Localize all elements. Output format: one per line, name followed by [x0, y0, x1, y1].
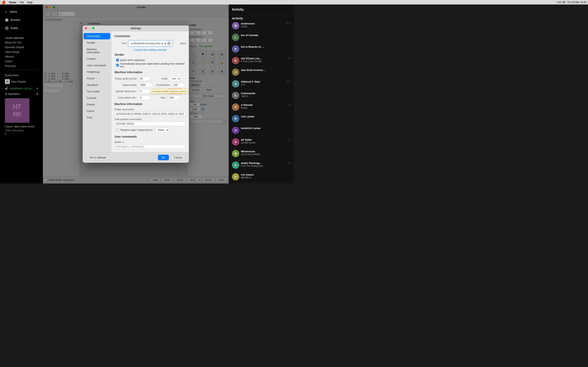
units-select[interactable]: mm [170, 76, 181, 81]
app-menu[interactable]: Home [9, 1, 16, 4]
settings-nav-control[interactable]: Control [84, 56, 110, 62]
playlist-label-madrile: El Madrileño [5, 92, 20, 95]
activity-track-isaacs: aily Mix 6 [241, 176, 291, 179]
sidebar-item-albums[interactable]: Albums [0, 54, 43, 59]
settings-nav-tool-model[interactable]: Tool model [84, 88, 110, 95]
activity-item-saleh: A aif Saleh ay Will Come 2 d [229, 136, 294, 148]
activity-track-paranag: a Of The Rising Sun [241, 165, 286, 167]
activity-item-elisah: E eke Elisah Len... ll Your Love On Me 5… [229, 55, 294, 67]
activity-time-saleh: 2 d [288, 138, 291, 141]
restore-origin-plane-select[interactable]: Plane [156, 128, 169, 133]
apple-menu[interactable]: 🍎 [2, 0, 6, 4]
sidebar-item-made-for-you[interactable]: Made For You [0, 40, 43, 45]
sidebar-divider [5, 70, 38, 70]
sidebar-item-podcasts[interactable]: Podcasts [0, 64, 43, 68]
spindle-speed-row: Spindle speed min.: max.: increase spind… [114, 89, 186, 94]
activity-track-winehouse: his Is Amy Wineh... [241, 153, 291, 156]
activity-avatar-commands: C [232, 92, 239, 99]
settings-minimize[interactable] [88, 27, 91, 29]
safe-position-input[interactable] [114, 122, 186, 126]
accel-label: Acceleration: [156, 83, 170, 86]
activity-track-saleh: ay Will Come [241, 141, 286, 144]
settings-nav-user-commands[interactable]: User commands [84, 62, 110, 68]
settings-nav-machine-info[interactable]: Machine information [84, 46, 110, 55]
sidebar-item-radio[interactable]: ◎ Radio [2, 24, 40, 32]
heart-icon[interactable]: ♥ [36, 87, 38, 90]
new-playlist-label: New Playlist [11, 80, 26, 83]
sidebar-item-home[interactable]: ⌂ Home [2, 8, 40, 16]
auto-parser-label: Automatically set parser state before se… [120, 62, 186, 68]
baud-label: Baud: [174, 42, 187, 45]
activity-name-drarik: hendrick Lamar [241, 127, 291, 130]
settings-nav-heightmap[interactable]: Heightmap [84, 69, 110, 75]
browse-icon: ◉ [5, 17, 8, 22]
cancel-button[interactable]: Cancel [171, 155, 186, 160]
safe-position-label: Safe position commands: [114, 118, 186, 121]
status-query-input[interactable] [139, 76, 151, 81]
activity-name-abboud: Abboud F. Nazi [241, 80, 285, 83]
port-select[interactable]: cu.Bluetooth-Incoming-Port [130, 42, 164, 45]
settings-nav-font[interactable]: Font [84, 114, 110, 121]
settings-nav-sender[interactable]: Sender [84, 40, 110, 46]
settings-nav-panels[interactable]: Panels [84, 101, 110, 108]
sidebar-item-recently-played[interactable]: Recently Played [0, 45, 43, 50]
set-defaults-button[interactable]: Set to defaults [86, 155, 110, 160]
accel-input[interactable] [172, 83, 184, 87]
settings-nav-console[interactable]: Console [84, 95, 110, 101]
connect-link[interactable]: Connect the milling machine [114, 48, 186, 51]
home-icon: ⌂ [5, 9, 7, 14]
menubar: 🍎 Home File Help 1.42 GB Thu 25 Mar 14:3… [0, 0, 294, 4]
rapid-speed-label: Rapid speed: [114, 83, 137, 86]
activity-info-canada: les of Canada [241, 34, 291, 37]
activity-info-boards: his Is Boards of ... [241, 45, 291, 48]
activity-time-paranag: 3 d [288, 161, 291, 164]
help-menu[interactable]: Help [27, 1, 33, 4]
settings-close[interactable] [85, 27, 87, 29]
settings-maximize[interactable] [92, 27, 95, 29]
activity-name-winehouse: Winehouse [241, 150, 291, 153]
settings-nav-connection[interactable]: Connection [84, 33, 110, 39]
baud-input[interactable] [188, 41, 189, 46]
recently-played-activity: Activity [229, 15, 294, 20]
ignore-errors-checkbox[interactable] [116, 59, 119, 61]
sidebar-item-liked-songs[interactable]: Liked Songs [0, 50, 43, 54]
activity-info-isaacs: ory Isaacs aily Mix 6 [241, 173, 291, 179]
activity-name-boards: his Is Boards of ... [241, 45, 291, 48]
button-1-label: Button 1: [114, 141, 186, 143]
settings-nav-colors[interactable]: Colors [84, 108, 110, 114]
port-label: Port: [114, 42, 127, 45]
spindle-min-input[interactable] [139, 89, 151, 94]
auto-parser-checkbox[interactable] [116, 64, 119, 67]
activity-info-saleh: aif Saleh ay Will Come [241, 138, 286, 144]
port-dropdown-button[interactable]: ▾ [164, 42, 166, 45]
activity-name-boba: oba Gold Anniver... [241, 68, 291, 72]
activity-avatar-hassan: O [232, 103, 239, 111]
settings-nav-parser[interactable]: Parser [84, 75, 110, 82]
heart-icon-2[interactable]: ♥ [36, 92, 38, 95]
port-refresh-button[interactable]: ↻ [167, 41, 171, 46]
probe-commands-input[interactable] [114, 112, 186, 116]
playlist-item-madrile[interactable]: El Madrileño ♥ [0, 91, 43, 97]
rapid-speed-input[interactable] [139, 83, 153, 87]
new-playlist-button[interactable]: + New Playlist [0, 77, 43, 86]
sidebar-item-artists[interactable]: Artists [0, 59, 43, 64]
file-menu[interactable]: File [20, 1, 24, 4]
laser-min-input[interactable] [139, 95, 151, 100]
activity-avatar-isaacs: O [232, 173, 239, 180]
activity-item-boards: H his Is Boards of ... [229, 43, 294, 55]
laser-max-input[interactable] [168, 95, 180, 100]
activity-name-saleh: aif Saleh [241, 138, 286, 141]
restore-origin-checkbox[interactable] [116, 129, 119, 131]
settings-nav-visualizer[interactable]: Visualizer [84, 82, 110, 88]
playlist-item-lovesfucks[interactable]: 🔊 lovesfucks • by loo... ♥ [0, 86, 43, 91]
sidebar-item-browse[interactable]: ◉ Browse [2, 16, 40, 24]
connection-section-title: Connection [114, 34, 186, 38]
activity-time-elisah: 5 h [288, 57, 291, 59]
ok-button[interactable]: OK [158, 155, 169, 160]
heart-liked[interactable]: ♥ [0, 132, 43, 135]
sidebar-nav: ⌂ Home ◉ Browse ◎ Radio [0, 4, 43, 34]
button-1-input[interactable] [114, 144, 186, 149]
candle-app: Candle ‹ › G-code program Recently Playe… [43, 4, 229, 184]
settings-footer-right: OK Cancel [158, 155, 186, 160]
activity-avatar-canada: L [232, 34, 239, 41]
